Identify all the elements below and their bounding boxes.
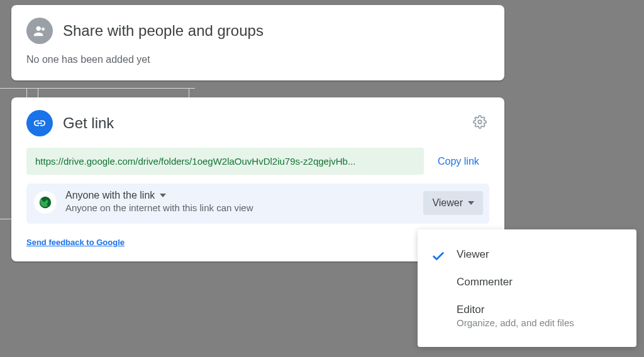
background-grid-line	[38, 88, 38, 98]
svg-point-0	[36, 26, 41, 31]
access-info: Anyone with the link Anyone on the inter…	[65, 190, 414, 213]
link-row: https://drive.google.com/drive/folders/1…	[26, 148, 489, 175]
background-grid-line	[0, 88, 195, 89]
share-url-display[interactable]: https://drive.google.com/drive/folders/1…	[26, 148, 424, 175]
role-option-commenter[interactable]: Commenter	[418, 268, 636, 296]
share-empty-text: No one has been added yet	[26, 54, 489, 65]
access-scope-label: Anyone with the link	[65, 190, 155, 201]
role-option-label: Commenter	[457, 276, 621, 288]
feedback-link[interactable]: Send feedback to Google	[26, 238, 125, 247]
access-scope-dropdown[interactable]: Anyone with the link	[65, 190, 414, 201]
role-option-editor[interactable]: Editor Organize, add, and edit files	[418, 296, 636, 336]
gear-icon	[473, 115, 487, 129]
role-option-viewer[interactable]: Viewer	[418, 241, 636, 268]
role-dropdown-button[interactable]: Viewer	[423, 191, 483, 215]
link-icon	[26, 110, 53, 136]
chevron-down-icon	[160, 194, 166, 197]
globe-icon	[34, 191, 57, 214]
settings-button[interactable]	[470, 113, 489, 134]
svg-point-1	[478, 120, 482, 124]
share-header: Share with people and groups	[26, 18, 489, 44]
person-add-icon	[26, 18, 53, 44]
getlink-title: Get link	[63, 114, 460, 132]
background-grid-line	[189, 88, 189, 98]
role-option-label: Viewer	[457, 248, 621, 261]
role-selected-label: Viewer	[432, 197, 463, 209]
chevron-down-icon	[468, 201, 474, 205]
role-option-label: Editor	[457, 304, 621, 316]
copy-link-button[interactable]: Copy link	[433, 151, 484, 172]
share-people-card: Share with people and groups No one has …	[11, 5, 504, 80]
share-title: Share with people and groups	[63, 22, 264, 40]
check-icon	[431, 250, 445, 266]
role-dropdown-menu: Viewer Commenter Editor Organize, add, a…	[418, 229, 636, 347]
getlink-header: Get link	[26, 110, 489, 136]
background-grid-line	[0, 219, 11, 219]
role-option-sublabel: Organize, add, and edit files	[457, 317, 621, 328]
access-description: Anyone on the internet with this link ca…	[65, 202, 414, 213]
access-row: Anyone with the link Anyone on the inter…	[26, 184, 489, 224]
background-grid-line	[26, 88, 27, 98]
